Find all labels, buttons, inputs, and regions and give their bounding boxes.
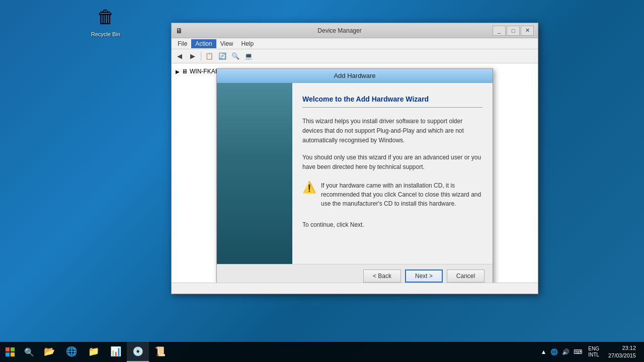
taskbar-excel[interactable]: 📊 (105, 342, 127, 362)
menu-view[interactable]: View (216, 39, 237, 48)
taskbar: 🔍 📂 🌐 📁 📊 💿 📜 ▲ 🌐 🔊 ⌨ ENGINTL 23:12 27/0… (0, 342, 644, 362)
toolbar-update[interactable]: 🔄 (216, 51, 228, 62)
dialog-content-panel: Welcome to the Add Hardware Wizard This … (292, 83, 493, 264)
tray-network[interactable]: 🌐 (549, 348, 559, 355)
taskbar-explorer[interactable]: 📂 (38, 342, 60, 362)
windows-logo-icon (5, 347, 15, 357)
menu-help[interactable]: Help (237, 39, 258, 48)
tray-arrow[interactable]: ▲ (539, 348, 547, 355)
toolbar: ◀ ▶ 📋 🔄 🔍 💻 (172, 49, 538, 63)
tray-sound[interactable]: 🔊 (561, 348, 571, 355)
taskbar-items: 📂 🌐 📁 📊 💿 📜 (38, 342, 535, 362)
taskbar-ie[interactable]: 🌐 (60, 342, 83, 362)
title-controls: _ □ ✕ (493, 26, 534, 36)
device-manager-window: 🖥 Device Manager _ □ ✕ File Action View … (171, 23, 538, 294)
dialog-overlay: Add Hardware Welcome to the Add Hardware… (172, 63, 538, 283)
recycle-bin-label: Recycle Bin (91, 31, 120, 37)
taskbar-folder[interactable]: 📁 (83, 342, 105, 362)
title-bar: 🖥 Device Manager _ □ ✕ (172, 23, 538, 38)
toolbar-scan[interactable]: 🔍 (229, 51, 242, 62)
content-area: ▶ 🖥 WIN-FKAISVNDACH Add Hardware (172, 63, 538, 283)
recycle-bin-icon[interactable]: 🗑 Recycle Bin (86, 5, 126, 37)
toolbar-properties[interactable]: 📋 (203, 51, 215, 62)
cancel-button[interactable]: Cancel (447, 269, 485, 283)
dialog-image-panel (217, 83, 292, 264)
dialog-title-bar: Add Hardware (217, 69, 493, 83)
toolbar-back[interactable]: ◀ (174, 51, 186, 62)
dialog-paragraph1: This wizard helps you install driver sof… (302, 117, 482, 146)
desktop: 🗑 Recycle Bin 🖥 Device Manager _ □ ✕ Fil… (0, 0, 644, 362)
dialog-continue-text: To continue, click Next. (302, 221, 482, 228)
toolbar-forward[interactable]: ▶ (187, 51, 199, 62)
menu-file[interactable]: File (174, 39, 191, 48)
taskbar-powershell[interactable]: 📜 (149, 342, 171, 362)
minimize-button[interactable]: _ (493, 26, 506, 36)
dialog-body: Welcome to the Add Hardware Wizard This … (217, 83, 493, 264)
menu-bar: File Action View Help (172, 38, 538, 49)
warning-text: If your hardware came with an installati… (321, 181, 482, 208)
language-indicator[interactable]: ENGINTL (585, 346, 602, 358)
svg-rect-0 (6, 347, 10, 351)
system-tray: ▲ 🌐 🔊 ⌨ ENGINTL 23:12 27/03/2015 (535, 342, 644, 362)
window-title: Device Manager (187, 27, 493, 34)
status-bar (172, 283, 538, 294)
dialog-paragraph2: You should only use this wizard if you a… (302, 153, 482, 172)
system-clock[interactable]: 23:12 27/03/2015 (604, 344, 640, 360)
dialog-title-text: Add Hardware (334, 72, 375, 79)
recycle-bin-image: 🗑 (94, 5, 118, 29)
dialog-heading: Welcome to the Add Hardware Wizard (302, 95, 482, 108)
warning-icon: ⚠️ (302, 182, 316, 193)
svg-rect-1 (11, 347, 15, 351)
next-button[interactable]: Next > (405, 269, 443, 283)
svg-rect-2 (6, 352, 10, 356)
close-button[interactable]: ✕ (521, 26, 534, 36)
tray-keyboard[interactable]: ⌨ (573, 348, 583, 355)
add-hardware-dialog: Add Hardware Welcome to the Add Hardware… (216, 68, 493, 283)
toolbar-device[interactable]: 💻 (243, 51, 255, 62)
window-icon: 🖥 (176, 27, 184, 35)
dialog-footer: < Back Next > Cancel (217, 264, 493, 283)
search-button[interactable]: 🔍 (20, 342, 38, 362)
menu-action[interactable]: Action (191, 39, 216, 48)
taskbar-setup[interactable]: 💿 (127, 342, 149, 362)
dialog-warning: ⚠️ If your hardware came with an install… (302, 179, 482, 210)
maximize-button[interactable]: □ (507, 26, 520, 36)
clock-date: 27/03/2015 (608, 352, 636, 359)
back-button[interactable]: < Back (363, 269, 401, 283)
start-button[interactable] (0, 342, 20, 362)
toolbar-sep1 (201, 52, 201, 61)
svg-rect-3 (11, 352, 15, 356)
clock-time: 23:12 (608, 344, 636, 352)
